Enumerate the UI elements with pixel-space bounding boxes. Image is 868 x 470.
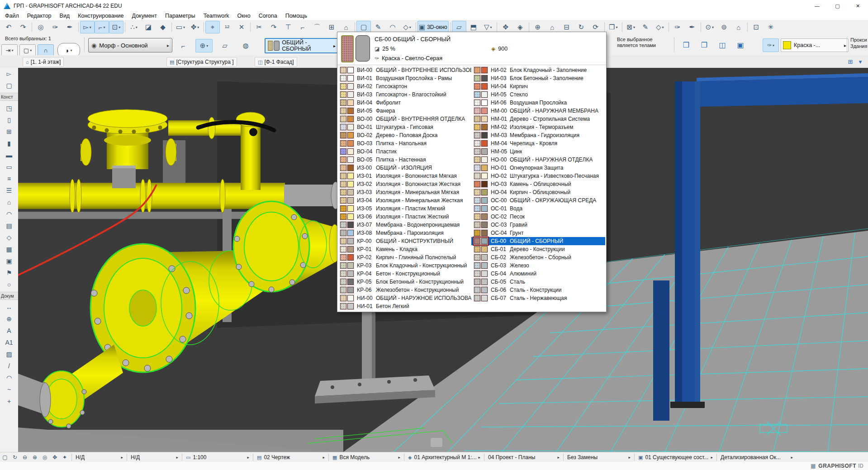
corner-button[interactable]: ⌐ — [295, 21, 310, 33]
material-row[interactable]: ВО-03Плитка - Напольная — [337, 139, 471, 147]
render-house-button[interactable]: ⌂ — [731, 21, 746, 33]
magnet-toggle-button[interactable]: ∩ — [38, 44, 54, 56]
arrow-tool-button[interactable]: ▻▾ — [80, 21, 95, 33]
field-position-1[interactable]: Н/Д▸ — [74, 453, 125, 462]
material-row[interactable]: НИ-06Воздушная Прослойка — [471, 99, 605, 107]
material-row[interactable]: НМ-01Дерево - Стропильная Система — [471, 115, 605, 123]
arrow-tool[interactable]: ▻ — [0, 68, 18, 80]
material-row[interactable]: СБ-06Сталь - Конструкции — [471, 286, 605, 294]
material-row[interactable]: КР-00ОБЩИЙ - КОНСТРУКТИВНЫЙ — [337, 237, 471, 245]
bookmark-book-button[interactable]: ▣ — [731, 38, 749, 52]
tab-list-button[interactable]: ▾ — [855, 57, 865, 66]
material-row[interactable]: НИ-00ОБЩИЙ - НАРУЖНОЕ ИСПОЛЬЗОВАНИЕ — [337, 294, 471, 302]
measure-tool-button[interactable]: ⌐▾ — [95, 21, 109, 33]
tab-elevation[interactable]: ◫ [Ф-1 Фасад] — [255, 57, 297, 67]
window-tool[interactable]: ⊞ — [0, 126, 18, 138]
field-pen-set[interactable]: Без Замены▸ — [565, 453, 632, 462]
material-row[interactable]: НМ-04Черепица - Кровля — [471, 139, 605, 147]
tab-overview-button[interactable]: ⊞ — [845, 57, 855, 66]
fill-tool[interactable]: ▨ — [0, 348, 18, 360]
material-row[interactable]: КР-01Камень - Кладка — [337, 245, 471, 253]
camera-copy-button[interactable]: ⊚ — [717, 21, 731, 33]
object-tool[interactable]: ⚑ — [0, 267, 18, 279]
drops-button[interactable]: ✒ — [685, 21, 699, 33]
revolve-button[interactable]: ◍ — [237, 39, 254, 52]
material-row[interactable]: СБ-02Железобетон - Сборный — [471, 253, 605, 261]
morph-tool[interactable]: ◇ — [0, 232, 18, 243]
render-settings-button[interactable]: ✳ — [764, 21, 778, 33]
orbit-button[interactable]: ↻ — [10, 453, 20, 462]
element-snap-button[interactable]: ⊡▾ — [109, 21, 123, 33]
pick-up-parameters-button[interactable]: ◎ — [33, 21, 48, 33]
material-row[interactable]: НО-04Кирпич - Облицовочный — [471, 188, 605, 196]
material-row[interactable]: ВО-02Дерево - Половая Доска — [337, 131, 471, 139]
material-row[interactable]: СБ-03Железо — [471, 261, 605, 270]
material-row[interactable]: НО-01Огнеупорная Защита — [471, 164, 605, 172]
door-tool[interactable]: ▯ — [0, 114, 18, 126]
field-renovation-filter[interactable]: ▣01 Существующее сост...▸ — [636, 453, 715, 462]
snap-plane-button[interactable]: ◪ — [141, 21, 156, 33]
marquee-tool[interactable]: ▢ — [0, 80, 18, 91]
guide-lines-button[interactable]: ◆ — [156, 21, 170, 33]
material-row[interactable]: ИЗ-00ОБЩИЙ - ИЗОЛЯЦИЯ — [337, 164, 471, 172]
field-layer-combination[interactable]: ▤02 Чертеж▸ — [255, 453, 327, 462]
material-row[interactable]: ИЗ-05Изоляция - Пластик Мягкий — [337, 204, 471, 213]
zoom-fit-button[interactable]: ▢ — [0, 453, 10, 462]
material-row[interactable]: ИЗ-07Мембрана - Водонепроницаемая — [337, 221, 471, 229]
field-overrides[interactable]: Детализированная Ок...▸ — [719, 453, 795, 462]
material-row[interactable]: НМ-02Изоляция - Терморазъем — [471, 123, 605, 131]
marquee-3d-button[interactable]: ⊠▾ — [624, 21, 638, 33]
undo-button[interactable]: ↶ — [1, 21, 16, 33]
cut-3d-button[interactable]: ✎ — [638, 21, 653, 33]
stair-tool[interactable]: ≡ — [0, 173, 18, 185]
walk-button[interactable]: ✥ — [50, 453, 60, 462]
paint-brush-button[interactable]: ✑ — [670, 21, 685, 33]
material-row[interactable]: ОС-02Песок — [471, 213, 605, 221]
line-tool[interactable]: / — [0, 360, 18, 372]
material-row[interactable]: НО-02Штукатурка - Известково-Песчаная — [471, 172, 605, 180]
material-row[interactable]: ИЗ-03Изоляция - Минеральная Мягкая — [337, 188, 471, 196]
material-row[interactable]: СБ-07Сталь - Нержавеющая — [471, 294, 605, 302]
curtain-wall-tool[interactable]: ▤ — [0, 220, 18, 232]
railing-tool[interactable]: ☰ — [0, 185, 18, 196]
label-tool[interactable]: A1 — [0, 337, 18, 348]
relative-origin-button[interactable]: ⊕▾ — [195, 39, 213, 52]
material-row[interactable]: ИЗ-02Изоляция - Волокнистая Жесткая — [337, 180, 471, 188]
material-row[interactable]: ВИ-00ОБЩИЙ - ВНУТРЕННЕЕ ИСПОЛЬЗОВАНИЕ — [337, 66, 471, 74]
render-filter-button[interactable]: ◇▾ — [653, 21, 667, 33]
menu-design[interactable]: Конструирование — [74, 12, 128, 20]
material-row[interactable]: ВИ-04Фибролит — [337, 99, 471, 107]
marquee-method-button[interactable]: ▢▾ — [19, 44, 36, 56]
material-row[interactable]: НМ-05Цинк — [471, 147, 605, 156]
snap-points-button[interactable]: ∴▾ — [127, 21, 141, 33]
material-row[interactable]: КР-02Кирпич - Глиняный Полнотелый — [337, 253, 471, 261]
minimize-button[interactable]: — — [807, 0, 827, 12]
mesh-tool[interactable]: ▦ — [0, 243, 18, 255]
edit-plane-button[interactable]: ▱ — [216, 39, 233, 52]
material-row[interactable]: ИЗ-06Изоляция - Пластик Жесткий — [337, 213, 471, 221]
menu-window[interactable]: Окно — [233, 12, 255, 20]
material-row[interactable]: ИЗ-01Изоляция - Волокнистая Мягкая — [337, 172, 471, 180]
surface-dropdown[interactable]: Краска -... ▸ — [781, 38, 849, 52]
material-row[interactable]: КР-04Бетон - Конструкционный — [337, 270, 471, 278]
text-tool[interactable]: A — [0, 325, 18, 337]
menu-view[interactable]: Вид — [56, 12, 74, 20]
material-row[interactable]: ИЗ-04Изоляция - Минеральная Жесткая — [337, 196, 471, 204]
menu-corona[interactable]: Corona — [255, 12, 281, 20]
material-row[interactable]: СБ-00ОБЩИЙ - СБОРНЫЙ — [471, 237, 605, 245]
wall-tool[interactable]: ◳ — [0, 102, 18, 114]
auto-dimension-button[interactable]: ¹² — [220, 21, 234, 33]
menu-edit[interactable]: Редактор — [23, 12, 56, 20]
slab-tool[interactable]: ▭ — [0, 161, 18, 173]
adjust-button[interactable]: ↷ — [266, 21, 281, 33]
material-row[interactable]: КР-03Блок Кладочный - Конструкционный — [337, 261, 471, 270]
material-row[interactable]: ВО-04Пластик — [337, 147, 471, 156]
material-row[interactable]: ВО-05Плитка - Настенная — [337, 156, 471, 164]
lamp-tool[interactable]: ○ — [0, 279, 18, 290]
menu-help[interactable]: Помощь — [281, 12, 311, 20]
material-row[interactable]: СБ-01Дерево - Конструкции — [471, 245, 605, 253]
cancel-reference-button[interactable]: ✕ — [234, 21, 249, 33]
material-row[interactable]: СБ-05Сталь — [471, 278, 605, 286]
menu-document[interactable]: Документ — [128, 12, 161, 20]
material-row[interactable]: ОС-01Вода — [471, 204, 605, 213]
